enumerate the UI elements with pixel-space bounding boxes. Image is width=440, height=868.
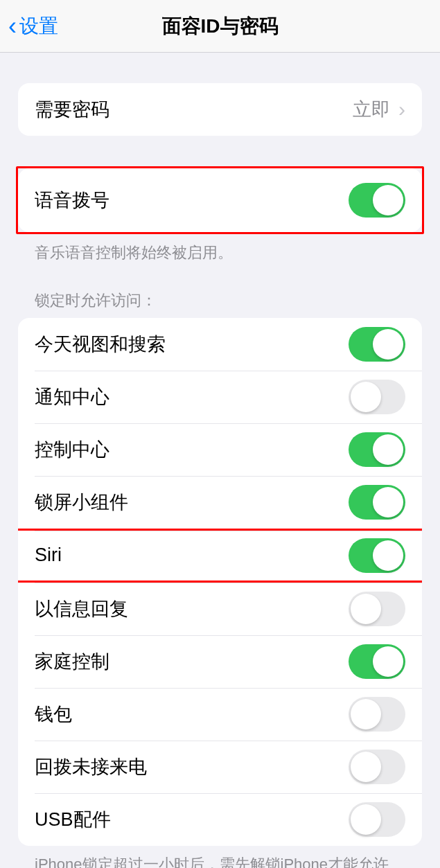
require-passcode-label: 需要密码 (35, 97, 109, 122)
locked-access-group: 今天视图和搜索 通知中心 控制中心 锁屏小组件 Siri 以信息回复 家庭控制 (18, 318, 422, 846)
control-center-label: 控制中心 (35, 437, 109, 462)
today-view-toggle[interactable] (349, 327, 405, 362)
require-passcode-value: 立即 › (353, 97, 405, 122)
voice-dial-footer: 音乐语音控制将始终被启用。 (18, 234, 422, 264)
usb-accessories-toggle[interactable] (349, 802, 405, 837)
reply-with-message-row: 以信息回复 (18, 583, 422, 635)
reply-with-message-toggle[interactable] (349, 592, 405, 626)
wallet-toggle[interactable] (349, 697, 405, 732)
voice-dial-toggle[interactable] (349, 183, 405, 218)
wallet-label: 钱包 (35, 702, 72, 727)
today-view-row: 今天视图和搜索 (18, 318, 422, 371)
usb-accessories-row: USB配件 (18, 793, 422, 846)
siri-row: Siri (18, 529, 422, 583)
home-control-toggle[interactable] (349, 644, 405, 679)
chevron-left-icon: ‹ (8, 14, 17, 39)
chevron-right-icon: › (398, 98, 405, 121)
back-button[interactable]: ‹ 设置 (0, 13, 58, 39)
siri-label: Siri (35, 544, 62, 566)
control-center-toggle[interactable] (349, 432, 405, 467)
require-passcode-row[interactable]: 需要密码 立即 › (18, 83, 422, 136)
wallet-row: 钱包 (18, 688, 422, 741)
notification-center-row: 通知中心 (18, 371, 422, 423)
navigation-header: ‹ 设置 面容ID与密码 (0, 0, 440, 53)
voice-dial-label: 语音拨号 (35, 188, 109, 213)
reply-with-message-label: 以信息回复 (35, 596, 128, 621)
control-center-row: 控制中心 (18, 423, 422, 476)
siri-toggle[interactable] (349, 538, 405, 573)
require-passcode-group: 需要密码 立即 › (18, 83, 422, 136)
back-label: 设置 (19, 13, 58, 39)
return-missed-calls-toggle[interactable] (349, 750, 405, 784)
notification-center-label: 通知中心 (35, 384, 109, 409)
home-control-label: 家庭控制 (35, 649, 109, 674)
voice-dial-row: 语音拨号 (18, 168, 422, 232)
voice-dial-group: 语音拨号 (18, 168, 422, 232)
notification-center-toggle[interactable] (349, 380, 405, 414)
locked-access-header: 锁定时允许访问： (18, 264, 422, 318)
page-title: 面容ID与密码 (162, 13, 279, 39)
today-view-label: 今天视图和搜索 (35, 332, 166, 357)
lock-screen-widgets-row: 锁屏小组件 (18, 476, 422, 529)
lock-screen-widgets-label: 锁屏小组件 (35, 490, 128, 515)
return-missed-calls-row: 回拨未接来电 (18, 741, 422, 793)
return-missed-calls-label: 回拨未接来电 (35, 754, 147, 779)
home-control-row: 家庭控制 (18, 635, 422, 688)
usb-footer: iPhone锁定超过一小时后，需先解锁iPhone才能允许USB配件连接。 (18, 846, 422, 868)
usb-accessories-label: USB配件 (35, 807, 111, 832)
lock-screen-widgets-toggle[interactable] (349, 485, 405, 520)
